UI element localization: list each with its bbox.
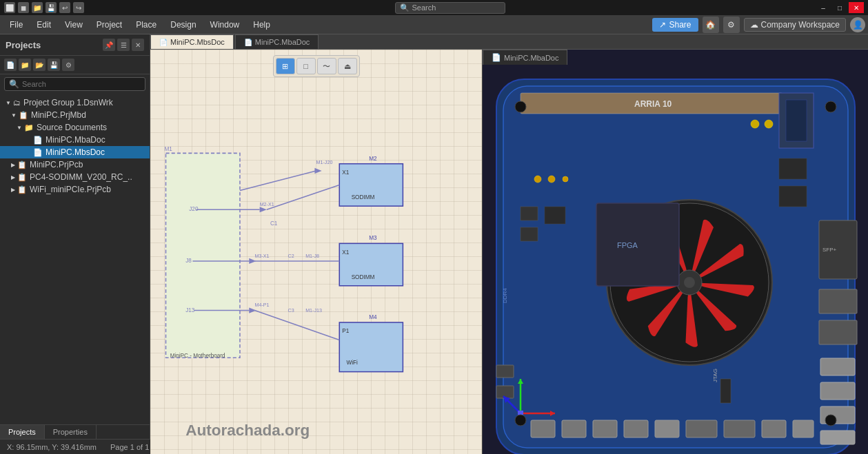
svg-text:M1-J13: M1-J13 <box>305 308 322 313</box>
svg-rect-59 <box>531 420 555 437</box>
sidebar-header-icons: 📌 ☰ ✕ <box>103 39 144 51</box>
menu-file[interactable]: File <box>3 17 30 32</box>
tree-item-prjpcb[interactable]: ▶ 📋 MiniPC.PrjPcb <box>0 158 150 171</box>
panels-split: ⊞ □ 〜 ⏏ MiniPC - Motherboard M1 M2 X1 <box>150 50 868 454</box>
expand-arrow-pc4: ▶ <box>11 174 15 180</box>
svg-text:M3: M3 <box>369 235 377 241</box>
tree-item-minipc-prjmbd[interactable]: ▼ 📋 MiniPC.PrjMbd <box>0 109 150 121</box>
avatar[interactable]: 👤 <box>850 17 865 32</box>
rect-tool[interactable]: □ <box>296 58 316 74</box>
pc4-icon: 📋 <box>17 173 27 182</box>
svg-rect-79 <box>819 320 857 344</box>
bus-tool[interactable]: ⏏ <box>338 58 357 74</box>
undo-icon[interactable]: ↩ <box>59 2 70 13</box>
svg-rect-66 <box>762 420 786 437</box>
wifi-label: WiFi_miniPCIe.PrjPcb <box>30 185 111 194</box>
svg-text:M2-X1: M2-X1 <box>260 202 274 207</box>
icon4: 💾 <box>46 2 57 13</box>
svg-rect-83 <box>720 379 731 403</box>
title-search-box[interactable]: 🔍 Search <box>395 2 505 14</box>
tab-mbadoc[interactable]: 📄 MiniPC.MbaDoc <box>235 34 319 49</box>
svg-rect-58 <box>496 386 514 398</box>
source-docs-label: Source Documents <box>37 123 107 132</box>
app-icon: ⬜ <box>4 2 15 13</box>
close-button[interactable]: ✕ <box>849 2 864 13</box>
menu-view[interactable]: View <box>58 17 90 32</box>
home-button[interactable]: 🏠 <box>703 17 719 33</box>
minimize-button[interactable]: – <box>816 2 831 13</box>
sidebar-header: Projects 📌 ☰ ✕ <box>0 34 150 56</box>
mbadoc-label: MiniPC.MbaDoc <box>46 135 105 145</box>
pcb-3d-tab[interactable]: 📄 MiniPC.MbaDoc <box>483 50 567 65</box>
main-layout: Projects 📌 ☰ ✕ 📄 📁 📂 💾 ⚙ 🔍 ▼ 🗂 Project G… <box>0 34 868 439</box>
svg-line-37 <box>254 311 339 340</box>
sidebar-search-box[interactable]: 🔍 <box>4 77 145 91</box>
pcb-3d-panel[interactable]: 📄 MiniPC.MbaDoc <box>482 50 868 454</box>
svg-rect-60 <box>562 420 586 437</box>
svg-rect-70 <box>545 207 565 224</box>
menu-project[interactable]: Project <box>90 17 129 32</box>
new-doc-icon[interactable]: 📄 <box>4 59 17 71</box>
doc-tabs: 📄 MiniPC.MbsDoc 📄 MiniPC.MbaDoc <box>150 34 868 50</box>
tree-item-source-docs[interactable]: ▼ 📁 Source Documents <box>0 121 150 134</box>
wire-tool[interactable]: 〜 <box>317 58 336 74</box>
grid-tool[interactable]: ⊞ <box>276 58 295 74</box>
search-icon: 🔍 <box>400 3 410 12</box>
workspace-button[interactable]: ☁ Company Workspace <box>744 18 847 32</box>
share-button[interactable]: ↗ Share <box>652 18 698 32</box>
folder-icon: 📁 <box>24 123 34 132</box>
save-icon[interactable]: 💾 <box>48 59 60 71</box>
svg-point-74 <box>548 176 555 183</box>
svg-rect-65 <box>724 420 755 437</box>
maximize-button[interactable]: □ <box>832 2 847 13</box>
svg-rect-61 <box>593 420 617 437</box>
svg-text:M4: M4 <box>369 314 377 320</box>
settings-button[interactable]: ⚙ <box>723 17 740 33</box>
icon3: 📁 <box>32 2 43 13</box>
svg-point-91 <box>515 101 526 112</box>
doc-tab-icon-1: 📄 <box>159 39 168 46</box>
sidebar-settings-icon[interactable]: ⚙ <box>62 59 74 71</box>
new-folder-icon[interactable]: 📁 <box>19 59 31 71</box>
svg-rect-78 <box>819 289 857 313</box>
pcb-3d-icon: 📄 <box>492 53 501 62</box>
sidebar-search-input[interactable] <box>22 80 141 88</box>
svg-point-77 <box>765 120 773 128</box>
menu-place[interactable]: Place <box>129 17 163 32</box>
menu-edit[interactable]: Edit <box>30 17 58 32</box>
sidebar-close-icon[interactable]: ✕ <box>132 39 144 51</box>
tree-item-mbsdoc[interactable]: 📄 MiniPC.MbsDoc <box>0 146 150 158</box>
tab-projects[interactable]: Projects <box>0 425 45 439</box>
svg-text:J8: J8 <box>185 258 192 264</box>
mbadoc-icon: 📄 <box>33 136 43 145</box>
redo-icon[interactable]: ↪ <box>73 2 84 13</box>
project-group-label: Project Group 1.DsnWrk <box>23 98 113 107</box>
schematic-svg: MiniPC - Motherboard M1 M2 X1 SODIMM M3 … <box>150 50 482 454</box>
prjpcb-icon: 📋 <box>17 161 27 169</box>
svg-text:SODIMM: SODIMM <box>352 194 375 200</box>
sidebar-menu-icon[interactable]: ☰ <box>117 39 130 51</box>
tree-item-pc4sodimm[interactable]: ▶ 📋 PC4-SODIMM_V200_RC_.. <box>0 171 150 183</box>
icon2: ◼ <box>18 2 29 13</box>
menu-window[interactable]: Window <box>203 17 247 32</box>
tree-item-project-group[interactable]: ▼ 🗂 Project Group 1.DsnWrk <box>0 96 150 109</box>
svg-text:X1: X1 <box>342 249 349 256</box>
prjmbd-icon: 📋 <box>19 111 28 120</box>
tree-item-wifi[interactable]: ▶ 📋 WiFi_miniPCIe.PrjPcb <box>0 183 150 196</box>
open-icon[interactable]: 📂 <box>33 59 46 71</box>
menu-help[interactable]: Help <box>246 17 277 32</box>
coordinates-display: X: 96.15mm, Y: 39.416mm <box>7 443 97 451</box>
expand-arrow-prjmbd: ▼ <box>11 112 17 118</box>
svg-text:M2: M2 <box>369 156 377 162</box>
tab-properties[interactable]: Properties <box>45 425 97 439</box>
tree-item-mbadoc[interactable]: 📄 MiniPC.MbaDoc <box>0 134 150 146</box>
pin-icon[interactable]: 📌 <box>103 39 115 51</box>
tab-mbsdoc[interactable]: 📄 MiniPC.MbsDoc <box>150 34 234 49</box>
schematic-panel[interactable]: ⊞ □ 〜 ⏏ MiniPC - Motherboard M1 M2 X1 <box>150 50 482 454</box>
prjmbd-label: MiniPC.PrjMbd <box>31 110 86 120</box>
menu-design[interactable]: Design <box>163 17 203 32</box>
project-tree: ▼ 🗂 Project Group 1.DsnWrk ▼ 📋 MiniPC.Pr… <box>0 94 150 424</box>
svg-rect-68 <box>521 207 538 220</box>
project-group-icon: 🗂 <box>13 99 21 107</box>
mbsdoc-icon: 📄 <box>33 148 43 157</box>
